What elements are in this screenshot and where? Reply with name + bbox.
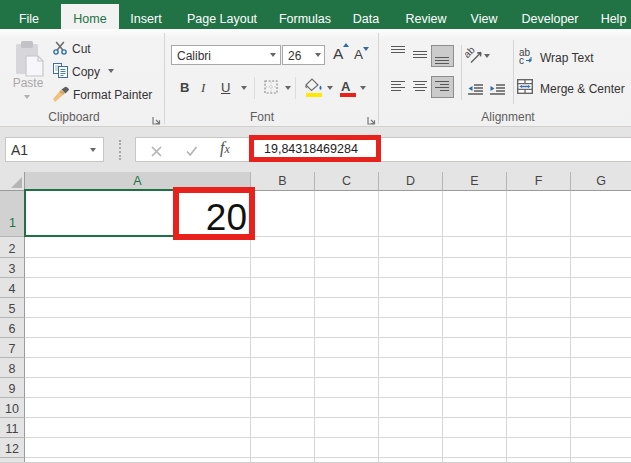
svg-text:c: c — [519, 55, 524, 64]
